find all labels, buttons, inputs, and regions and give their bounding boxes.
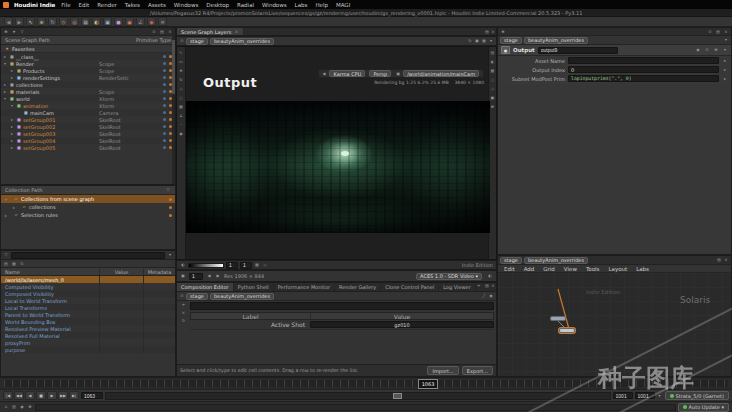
visibility-dot-icon[interactable] xyxy=(163,97,166,100)
view-layout-icon[interactable]: ▤ xyxy=(490,50,496,56)
menu-icon[interactable]: ≡ xyxy=(713,47,719,53)
editor-tab[interactable]: Performance Monitor xyxy=(274,283,335,291)
breadcrumb-chip[interactable]: beautyAnim_overrides xyxy=(524,37,588,44)
expand-icon[interactable]: ▸ xyxy=(13,205,19,210)
expand-icon[interactable]: ▾ xyxy=(5,197,11,202)
filter-icon[interactable]: ▽ xyxy=(3,252,9,258)
keyframe-icon[interactable]: ◆ xyxy=(147,17,156,26)
breadcrumb-chip[interactable]: stage xyxy=(186,38,208,45)
gamma-icon[interactable]: ◐ xyxy=(180,262,186,268)
shading-mode-icon[interactable]: ◐ xyxy=(490,59,496,65)
editor-search-input[interactable] xyxy=(190,302,494,310)
cameras-icon[interactable]: ▣ xyxy=(103,17,112,26)
tree-row[interactable]: ▸ setGroup005 SkelRoot xyxy=(1,144,175,151)
camera-lock-icon[interactable]: ◉ xyxy=(178,131,184,137)
details-row[interactable]: Resolved Full Material xyxy=(1,332,175,339)
range-end-field[interactable] xyxy=(635,392,655,399)
scale-icon[interactable]: ◇ xyxy=(59,17,68,26)
collection-row[interactable]: ▸ ▱ Selection rules xyxy=(1,211,175,219)
select-tool-icon[interactable]: ▭ xyxy=(178,59,184,65)
visibility-dot-icon[interactable] xyxy=(163,146,166,149)
range-start-field[interactable] xyxy=(613,392,633,399)
float-pane-icon[interactable]: ▤ xyxy=(715,29,721,35)
prev-frame-button[interactable]: ◀ xyxy=(25,391,35,400)
network-menu-item[interactable]: View xyxy=(563,266,578,272)
refresh-icon[interactable]: ↻ xyxy=(467,38,473,44)
move-tool-icon[interactable]: ⊕ xyxy=(178,68,184,74)
delete-row-icon[interactable]: × xyxy=(181,310,187,316)
close-tab-icon[interactable]: × xyxy=(233,29,239,35)
color-ramp[interactable] xyxy=(188,263,224,268)
name-column-header[interactable]: Name xyxy=(1,269,99,275)
star-icon[interactable]: ★ xyxy=(11,29,17,35)
type-column-header[interactable]: Primitive Type xyxy=(136,37,171,43)
menu-item[interactable]: Desktop xyxy=(205,2,230,8)
play-button[interactable]: ▶ xyxy=(47,391,57,400)
current-frame-marker[interactable]: 1063 xyxy=(418,379,438,389)
view-tool-icon[interactable]: ↖ xyxy=(178,50,184,56)
render-viewport[interactable]: ↖▭⊕↻◇○▦∠◦◉ ▤◐▦○◇▣≡ ◉ Karma CPU Persp ▣ /… xyxy=(176,46,497,260)
parameter-field[interactable] xyxy=(568,57,719,64)
tab-scene-graph-layers[interactable]: Scene Graph Layers × xyxy=(177,28,244,35)
export-button[interactable]: Export... xyxy=(462,366,493,375)
snap-icon[interactable]: ∠ xyxy=(136,17,145,26)
pane-close-icon[interactable]: × xyxy=(723,257,729,263)
menu-item[interactable]: Help xyxy=(314,2,329,8)
menu-item[interactable]: Windows xyxy=(261,2,288,8)
pin-icon[interactable]: ⊙ xyxy=(704,47,710,53)
editor-tab[interactable]: Python Shell xyxy=(234,283,274,291)
visibility-dot-icon[interactable] xyxy=(163,118,166,121)
pane-close-icon[interactable]: × xyxy=(490,283,496,289)
stop-button[interactable]: ■ xyxy=(36,391,46,400)
render-flag-icon[interactable]: ◉ xyxy=(19,404,25,410)
forward-icon[interactable]: ▶ xyxy=(15,17,24,26)
menu-item[interactable]: File xyxy=(60,2,71,8)
details-row[interactable]: /world/lx/lasers/mesh_0 xyxy=(1,276,175,283)
label-column-header[interactable]: Label xyxy=(191,313,311,319)
scale-tool-icon[interactable]: ◇ xyxy=(178,86,184,92)
colorspace-select[interactable]: ACES 1.0 - SDR Video ▾ xyxy=(416,273,482,280)
float-pane-icon[interactable]: ▤ xyxy=(159,29,165,35)
metadata-column-header[interactable]: Metadata xyxy=(143,269,175,275)
parameter-field[interactable]: 0 xyxy=(568,66,719,73)
tree-row[interactable]: ▸ setGroup002 SkelRoot xyxy=(1,123,175,130)
go-end-button[interactable]: ▶| xyxy=(69,391,79,400)
tree-row[interactable]: ▾ world Xform xyxy=(1,95,175,102)
editor-table-row[interactable]: Active Shot gz010 xyxy=(190,320,494,330)
rendered-scene-image[interactable] xyxy=(186,101,490,233)
display-options-icon[interactable]: ◐ xyxy=(487,273,493,279)
collection-row[interactable]: ▸ ▱ collections xyxy=(1,203,175,211)
breadcrumb-chip[interactable]: beautyAnim_overrides xyxy=(524,257,588,264)
collection-dot-icon[interactable] xyxy=(169,198,172,201)
camera-path-select[interactable]: /world/animation/mainCam xyxy=(403,70,479,77)
rotate-tool-icon[interactable]: ↻ xyxy=(178,77,184,83)
collection-row[interactable]: ▾ ▱ Collections from scene graph xyxy=(1,195,175,203)
dropdown-icon[interactable]: ▾ xyxy=(722,47,728,53)
editor-tab[interactable]: Render Gallery xyxy=(335,283,381,291)
scrollbar[interactable] xyxy=(172,28,175,184)
translate-icon[interactable]: ⊕ xyxy=(37,17,46,26)
menu-item[interactable]: Render xyxy=(96,2,118,8)
details-row[interactable]: Computed Visibility xyxy=(1,283,175,290)
visibility-dot-icon[interactable] xyxy=(163,76,166,79)
network-menu-item[interactable]: Edit xyxy=(503,266,516,272)
menu-item[interactable]: Radial xyxy=(236,2,255,8)
network-menu-item[interactable]: Labs xyxy=(635,266,650,272)
tree-row[interactable]: ▸ collections xyxy=(1,81,175,88)
messages-icon[interactable]: ≡ xyxy=(27,404,33,410)
list-view-icon[interactable]: ▤ xyxy=(3,261,9,267)
tree-row[interactable]: ▾ animation Xform xyxy=(1,102,175,109)
renderer-select[interactable]: Karma CPU xyxy=(329,70,365,77)
network-graph[interactable]: Indie Edition Solaris xyxy=(498,273,731,376)
expand-icon[interactable]: ▸ xyxy=(722,58,728,64)
network-menu-item[interactable]: Grid xyxy=(542,266,556,272)
details-row[interactable]: Local to World Transform xyxy=(1,297,175,304)
materials-icon[interactable]: ● xyxy=(114,17,123,26)
geometry-icon[interactable]: ▦ xyxy=(81,17,90,26)
tree-row[interactable]: ▸ setGroup001 SkelRoot xyxy=(1,116,175,123)
snapshot-icon[interactable]: ▣ xyxy=(180,273,186,279)
details-row[interactable]: proxyPrim xyxy=(1,339,175,346)
visibility-dot-icon[interactable] xyxy=(163,90,166,93)
timeline-ruler[interactable]: 1063 xyxy=(0,377,732,389)
pin-icon[interactable]: ⊙ xyxy=(179,293,185,299)
